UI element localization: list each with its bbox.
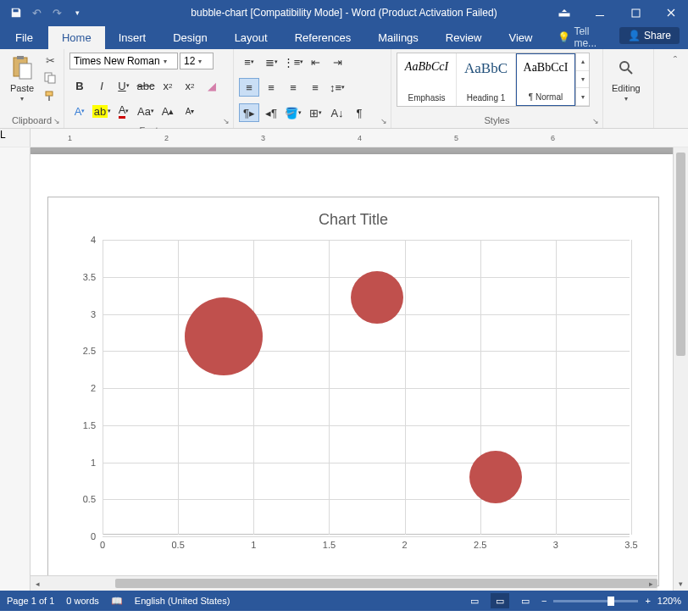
multilevel-list-icon[interactable]: ⋮≡▾	[283, 53, 303, 71]
font-dialog-launcher-icon[interactable]: ↘	[223, 117, 230, 125]
highlight-icon[interactable]: ab▾	[92, 102, 112, 120]
share-button[interactable]: 👤Share	[619, 27, 680, 44]
subscript-button[interactable]: x2	[158, 76, 178, 95]
tab-design[interactable]: Design	[159, 26, 220, 49]
line-spacing-icon[interactable]: ↕≡▾	[327, 78, 347, 97]
format-painter-icon[interactable]	[42, 88, 58, 103]
copy-icon[interactable]	[42, 70, 58, 86]
chart-bubble[interactable]	[351, 271, 403, 324]
zoom-slider[interactable]	[553, 600, 638, 602]
collapse-ribbon-icon[interactable]: ˆ	[668, 53, 683, 68]
zoom-out-icon[interactable]: −	[541, 596, 547, 606]
ruler-tick: 4	[358, 134, 362, 142]
embedded-chart[interactable]: Chart Title 00.511.522.533.5400.511.522.…	[47, 197, 659, 586]
chart-bubble[interactable]	[185, 297, 263, 375]
italic-button[interactable]: I	[92, 76, 112, 95]
font-color-icon[interactable]: A▾	[114, 102, 134, 120]
gridline	[103, 463, 630, 463]
gallery-down-icon[interactable]: ▾	[576, 71, 589, 89]
strikethrough-button[interactable]: abc	[136, 76, 156, 95]
align-right-icon[interactable]: ≡	[283, 78, 303, 97]
sort-icon[interactable]: A↓	[327, 103, 347, 122]
show-marks-icon[interactable]: ¶	[349, 103, 369, 122]
justify-icon[interactable]: ≡	[305, 78, 325, 97]
svg-rect-5	[19, 64, 31, 79]
zoom-in-icon[interactable]: +	[645, 596, 650, 606]
gridline	[103, 425, 630, 426]
undo-icon[interactable]: ↶	[29, 5, 44, 20]
maximize-icon[interactable]	[619, 1, 652, 25]
rtl-direction-icon[interactable]: ◂¶	[261, 103, 281, 122]
clear-formatting-icon[interactable]: ◢	[202, 76, 222, 95]
shading-icon[interactable]: 🪣▾	[283, 103, 303, 122]
language-indicator[interactable]: English (United States)	[135, 596, 230, 606]
cut-icon[interactable]: ✂	[42, 53, 58, 68]
align-center-icon[interactable]: ≡	[261, 78, 281, 97]
paragraph-dialog-launcher-icon[interactable]: ↘	[380, 117, 387, 125]
borders-icon[interactable]: ⊞▾	[305, 103, 325, 122]
minimize-icon[interactable]	[583, 1, 617, 25]
tab-view[interactable]: View	[495, 26, 546, 49]
document-page[interactable]: Chart Title 00.511.522.533.5400.511.522.…	[31, 154, 673, 591]
scroll-thumb[interactable]	[115, 579, 657, 588]
scroll-left-icon[interactable]: ◂	[31, 576, 44, 591]
styles-dialog-launcher-icon[interactable]: ↘	[592, 117, 599, 125]
y-tick-label: 2.5	[83, 346, 103, 356]
horizontal-ruler[interactable]: L 123456	[0, 129, 688, 147]
tab-insert[interactable]: Insert	[105, 26, 160, 49]
numbering-icon[interactable]: ≣▾	[261, 53, 281, 71]
bold-button[interactable]: B	[69, 76, 90, 95]
vertical-ruler[interactable]	[0, 147, 31, 591]
tab-mailings[interactable]: Mailings	[364, 26, 432, 49]
scroll-thumb[interactable]	[676, 153, 685, 356]
style-normal[interactable]: AaBbCcI¶ Normal	[516, 53, 575, 106]
tab-home[interactable]: Home	[48, 26, 105, 49]
vertical-scrollbar[interactable]: ▴ ▾	[673, 147, 688, 591]
gallery-up-icon[interactable]: ▴	[576, 53, 589, 71]
horizontal-scrollbar[interactable]: ◂ ▸	[31, 575, 657, 591]
font-size-combo[interactable]: 12▾	[180, 53, 214, 69]
spellcheck-icon[interactable]: 📖	[111, 596, 123, 607]
ruler-tick: 6	[551, 134, 555, 142]
zoom-slider-thumb[interactable]	[608, 597, 614, 606]
increase-indent-icon[interactable]: ⇥	[327, 53, 347, 71]
tell-me-search[interactable]: 💡Tell me...	[546, 25, 619, 49]
clipboard-dialog-launcher-icon[interactable]: ↘	[53, 117, 60, 125]
text-effects-icon[interactable]: A▾	[69, 102, 90, 120]
editing-button[interactable]: Editing ▾	[608, 53, 644, 104]
ltr-direction-icon[interactable]: ¶▸	[239, 103, 259, 122]
ribbon-options-icon[interactable]	[547, 1, 581, 25]
superscript-button[interactable]: x2	[180, 76, 200, 95]
page-indicator[interactable]: Page 1 of 1	[7, 596, 54, 606]
underline-button[interactable]: U▾	[114, 76, 134, 95]
grow-font-button[interactable]: A▴	[158, 102, 178, 120]
save-icon[interactable]	[8, 5, 24, 20]
shrink-font-button[interactable]: A▾	[180, 102, 200, 120]
close-icon[interactable]	[654, 1, 688, 25]
align-left-icon[interactable]: ≡	[239, 78, 259, 97]
font-name-combo[interactable]: Times New Roman▾	[69, 53, 178, 69]
tab-file[interactable]: File	[0, 26, 48, 49]
word-count[interactable]: 0 words	[66, 596, 99, 606]
chart-bubble[interactable]	[469, 451, 522, 503]
change-case-button[interactable]: Aa▾	[136, 102, 156, 120]
style-emphasis[interactable]: AaBbCcIEmphasis	[397, 53, 457, 106]
zoom-level[interactable]: 120%	[657, 596, 681, 606]
redo-icon[interactable]: ↷	[49, 5, 64, 20]
tab-layout[interactable]: Layout	[221, 26, 281, 49]
web-layout-icon[interactable]: ▭	[516, 593, 535, 608]
scroll-right-icon[interactable]: ▸	[644, 576, 657, 591]
decrease-indent-icon[interactable]: ⇤	[305, 53, 325, 71]
tab-review[interactable]: Review	[432, 26, 496, 49]
qat-customize-icon[interactable]: ▾	[69, 5, 85, 20]
gallery-more-icon[interactable]: ▾	[576, 88, 589, 106]
style-heading1[interactable]: AaBbCHeading 1	[457, 53, 516, 106]
paste-button[interactable]: Paste ▾	[5, 53, 39, 104]
read-mode-icon[interactable]: ▭	[465, 593, 484, 608]
ribbon-tabstrip: File Home Insert Design Layout Reference…	[0, 25, 688, 49]
tab-references[interactable]: References	[281, 26, 364, 49]
scroll-down-icon[interactable]: ▾	[674, 577, 688, 591]
print-layout-icon[interactable]: ▭	[491, 593, 509, 608]
bullets-icon[interactable]: ≡▾	[239, 53, 259, 71]
ruler-tick: 1	[68, 134, 72, 142]
